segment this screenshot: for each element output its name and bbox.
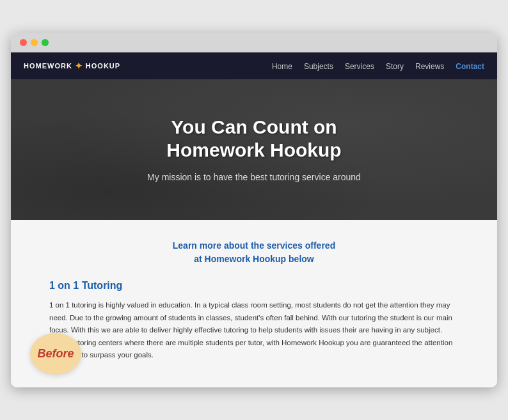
nav-item-home[interactable]: Home [272, 60, 292, 72]
intro-line2: at Homework Hookup below [194, 254, 314, 264]
hero-title-line2: Homework Hookup [166, 139, 341, 160]
service-title: 1 on 1 Tutoring [49, 280, 459, 292]
logo-text-1: HOMEWORK [24, 62, 72, 70]
minimize-dot[interactable] [31, 39, 38, 46]
nav-item-contact[interactable]: Contact [456, 60, 484, 72]
site-logo: HOMEWORK ✦ HOOKUP [24, 61, 120, 71]
hero-section: You Can Count on Homework Hookup My miss… [11, 79, 497, 220]
hero-title: You Can Count on Homework Hookup [147, 116, 361, 162]
nav-link-services[interactable]: Services [345, 62, 374, 71]
nav-item-reviews[interactable]: Reviews [415, 60, 444, 72]
nav-link-story[interactable]: Story [386, 62, 404, 71]
nav-link-reviews[interactable]: Reviews [415, 62, 444, 71]
browser-window: HOMEWORK ✦ HOOKUP Home Subjects Services… [11, 33, 497, 387]
intro-line1: Learn more about the services offered [173, 240, 335, 251]
nav-link-subjects[interactable]: Subjects [304, 62, 333, 71]
logo-star: ✦ [75, 61, 83, 71]
nav-link-home[interactable]: Home [272, 62, 292, 71]
nav-item-services[interactable]: Services [345, 60, 374, 72]
main-content: Learn more about the services offered at… [11, 220, 497, 387]
nav-link-contact[interactable]: Contact [456, 62, 484, 71]
nav-item-subjects[interactable]: Subjects [304, 60, 333, 72]
service-description: 1 on 1 tutoring is highly valued in educ… [49, 299, 459, 362]
hero-subtitle: My mission is to have the best tutoring … [147, 171, 361, 184]
nav-item-story[interactable]: Story [386, 60, 404, 72]
before-badge: Before [30, 333, 81, 375]
nav-links: Home Subjects Services Story Reviews Con… [272, 60, 484, 72]
logo-text-2: HOOKUP [86, 62, 120, 70]
maximize-dot[interactable] [42, 39, 49, 46]
hero-text: You Can Count on Homework Hookup My miss… [122, 116, 386, 184]
before-label: Before [37, 347, 74, 361]
close-dot[interactable] [20, 39, 27, 46]
site-nav: HOMEWORK ✦ HOOKUP Home Subjects Services… [11, 52, 497, 79]
browser-chrome [11, 33, 497, 52]
section-intro: Learn more about the services offered at… [49, 239, 459, 266]
hero-title-line1: You Can Count on [171, 116, 337, 137]
